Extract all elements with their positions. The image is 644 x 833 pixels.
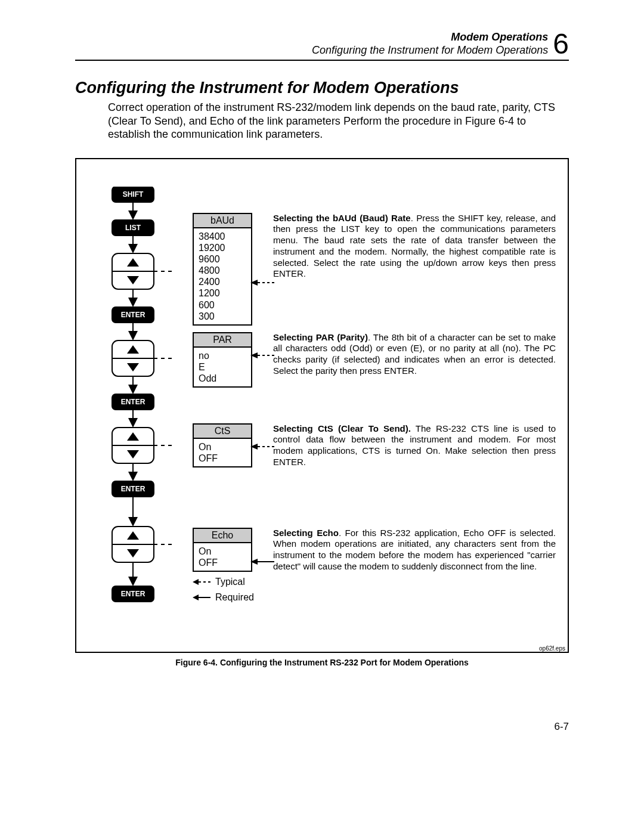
cts-menu-title: CtS — [194, 425, 251, 439]
par-option: Odd — [199, 373, 246, 384]
down-arrow-icon — [127, 276, 139, 284]
figure-box: SHIFT LIST ENTER — [75, 158, 569, 653]
baud-option: 300 — [199, 311, 246, 322]
echo-description: Selecting Echo. For this RS-232 applicat… — [273, 528, 556, 572]
baud-option: 1200 — [199, 287, 246, 299]
page-header: Modem Operations Configuring the Instrum… — [75, 30, 569, 58]
header-rule — [75, 60, 569, 61]
header-line2: Configuring the Instrument for Modem Ope… — [312, 44, 548, 57]
svg-text:ENTER: ENTER — [121, 398, 145, 406]
section-title: Configuring the Instrument for Modem Ope… — [75, 79, 569, 97]
echo-menu-title: Echo — [194, 529, 251, 543]
typical-pointer-icon — [250, 442, 274, 451]
par-option: no — [199, 350, 246, 361]
baud-option: 38400 — [199, 231, 246, 242]
par-menu: PAR no E Odd — [193, 332, 252, 388]
baud-option: 2400 — [199, 276, 246, 287]
par-menu-title: PAR — [194, 333, 251, 348]
baud-option: 4800 — [199, 265, 246, 276]
echo-option: On — [199, 546, 246, 557]
figure-caption: Figure 6-4. Configuring the Instrument R… — [75, 658, 569, 667]
cts-desc-bold: Selecting CtS (Clear To Send). — [273, 423, 411, 433]
chapter-number: 6 — [553, 30, 569, 58]
cts-menu: CtS On OFF — [193, 423, 252, 467]
shift-key-label: SHIFT — [123, 190, 144, 199]
cts-option: OFF — [199, 453, 246, 464]
header-line1: Modem Operations — [312, 31, 548, 44]
required-pointer-icon — [250, 558, 274, 566]
baud-description: Selecting the bAUd (Baud) Rate. Press th… — [273, 213, 556, 280]
echo-option: OFF — [199, 557, 246, 568]
baud-option: 9600 — [199, 253, 246, 265]
cts-option: On — [199, 441, 246, 453]
typical-pointer-icon — [250, 351, 274, 360]
cts-description: Selecting CtS (Clear To Send). The RS-23… — [273, 423, 556, 468]
baud-desc-bold: Selecting the bAUd (Baud) Rate — [273, 213, 411, 223]
typical-pointer-icon — [250, 278, 274, 287]
baud-menu-title: bAUd — [194, 214, 251, 228]
legend-typical-icon — [193, 578, 210, 586]
legend-required-icon — [193, 594, 210, 601]
baud-option: 600 — [199, 299, 246, 311]
flow-diagram: SHIFT LIST ENTER — [100, 187, 172, 640]
up-arrow-icon — [127, 258, 139, 267]
par-option: E — [199, 361, 246, 373]
echo-desc-bold: Selecting Echo — [273, 528, 339, 538]
intro-paragraph: Correct operation of the instrument RS-2… — [108, 101, 569, 141]
page-number: 6-7 — [75, 721, 569, 733]
par-description: Selecting PAR (Parity). The 8th bit of a… — [273, 332, 556, 377]
svg-text:ENTER: ENTER — [121, 590, 145, 598]
baud-menu: bAUd 38400 19200 9600 4800 2400 1200 600… — [193, 213, 252, 326]
legend-required-label: Required — [215, 592, 254, 603]
svg-text:ENTER: ENTER — [121, 485, 145, 493]
enter-key-label: ENTER — [121, 311, 145, 319]
list-key-label: LIST — [125, 224, 141, 232]
legend: Typical Required — [193, 577, 254, 608]
par-desc-bold: Selecting PAR (Parity) — [273, 332, 368, 342]
echo-menu: Echo On OFF — [193, 528, 252, 572]
eps-label: op62f.eps — [539, 645, 565, 652]
legend-typical-label: Typical — [215, 577, 245, 587]
baud-option: 19200 — [199, 242, 246, 253]
